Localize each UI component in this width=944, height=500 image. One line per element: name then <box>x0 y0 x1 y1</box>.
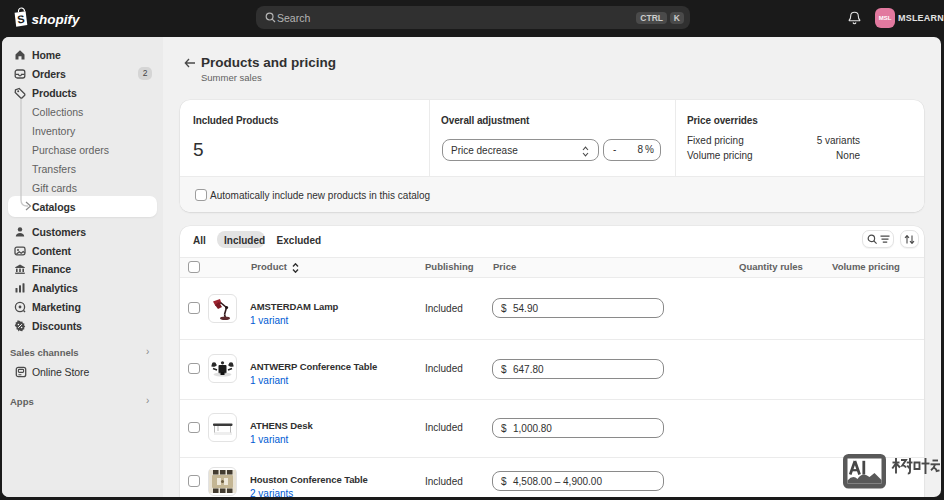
svg-text:S: S <box>17 13 26 26</box>
svg-text:shopify: shopify <box>32 12 81 27</box>
